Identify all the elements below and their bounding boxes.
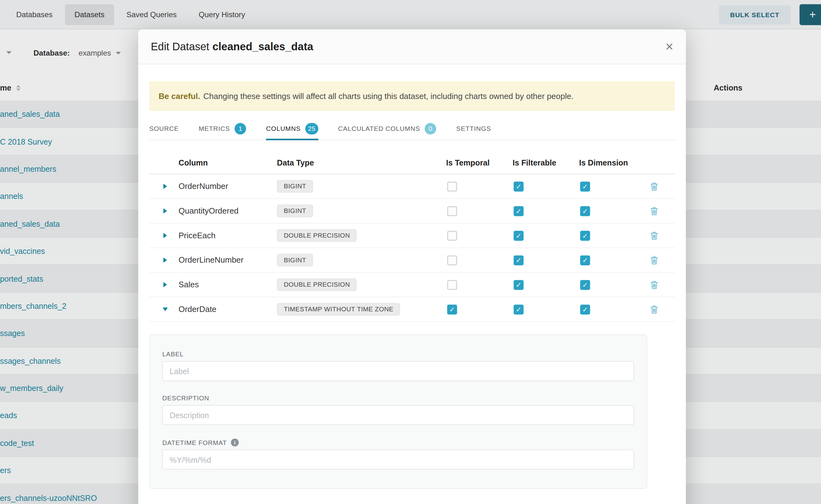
column-row: OrderLineNumber BIGINT <box>149 248 675 273</box>
modal-tabs: SOURCE METRICS 1 COLUMNS 25 CALCULATED C… <box>149 118 675 140</box>
modal-title: Edit Datasetcleaned_sales_data <box>151 40 313 53</box>
is-temporal-checkbox[interactable] <box>447 304 457 314</box>
tab-metrics[interactable]: METRICS 1 <box>199 118 246 140</box>
datetime-format-field-label: DATETIME FORMAT <box>162 438 634 446</box>
data-type-pill: BIGINT <box>277 205 313 217</box>
tab-metrics-label: METRICS <box>199 125 230 132</box>
calculated-columns-count-badge: 0 <box>425 123 437 135</box>
app-screen: Databases Datasets Saved Queries Query H… <box>0 0 821 504</box>
column-name: QuantityOrdered <box>179 206 277 215</box>
description-input[interactable] <box>162 405 634 425</box>
delete-column-icon[interactable] <box>650 182 658 190</box>
is-temporal-header: Is Temporal <box>446 158 513 166</box>
column-row: OrderNumber BIGINT <box>149 174 675 199</box>
is-filterable-header: Is Filterable <box>513 158 579 166</box>
column-name: Sales <box>179 280 277 289</box>
columns-table: Column Data Type Is Temporal Is Filterab… <box>149 151 675 322</box>
expand-caret-icon[interactable] <box>163 208 167 214</box>
datetime-format-field-group: DATETIME FORMAT <box>162 438 634 469</box>
column-name: PriceEach <box>179 231 277 240</box>
data-type-pill: TIMESTAMP WITHOUT TIME ZONE <box>277 303 400 315</box>
is-temporal-checkbox[interactable] <box>447 206 457 216</box>
expand-caret-icon[interactable] <box>163 233 167 238</box>
is-dimension-header: Is Dimension <box>579 158 646 166</box>
is-temporal-checkbox[interactable] <box>447 230 457 240</box>
expand-caret-icon[interactable] <box>163 282 167 287</box>
tab-source[interactable]: SOURCE <box>149 118 179 140</box>
data-type-pill: BIGINT <box>277 180 313 193</box>
column-row: PriceEach DOUBLE PRECISION <box>149 224 675 248</box>
tab-settings-label: SETTINGS <box>456 125 491 132</box>
warning-alert: Be careful. Changing these settings will… <box>149 81 675 111</box>
description-field-label: DESCRIPTION <box>162 395 634 402</box>
warning-alert-text: Changing these settings will affect all … <box>203 91 574 101</box>
tab-source-label: SOURCE <box>149 125 179 132</box>
modal-title-prefix: Edit Dataset <box>151 40 209 52</box>
is-filterable-checkbox[interactable] <box>514 280 524 290</box>
edit-dataset-modal: Edit Datasetcleaned_sales_data × Be care… <box>138 29 686 504</box>
is-filterable-checkbox[interactable] <box>514 255 524 265</box>
modal-title-dataset-name: cleaned_sales_data <box>212 40 313 52</box>
label-input[interactable] <box>162 361 634 381</box>
column-row-expanded: OrderDate TIMESTAMP WITHOUT TIME ZONE <box>149 297 675 322</box>
column-name: OrderNumber <box>179 182 277 191</box>
close-icon[interactable]: × <box>665 40 673 53</box>
is-temporal-checkbox[interactable] <box>447 181 457 191</box>
delete-column-icon[interactable] <box>650 256 658 264</box>
tab-calculated-columns-label: CALCULATED COLUMNS <box>338 125 420 132</box>
column-name: OrderDate <box>179 304 277 314</box>
label-field-label: LABEL <box>162 351 634 358</box>
delete-column-icon[interactable] <box>650 280 658 289</box>
tab-columns[interactable]: COLUMNS 25 <box>266 118 318 140</box>
data-type-pill: DOUBLE PRECISION <box>277 229 357 242</box>
data-type-pill: DOUBLE PRECISION <box>277 279 357 291</box>
is-dimension-checkbox[interactable] <box>580 181 590 191</box>
is-filterable-checkbox[interactable] <box>514 206 524 216</box>
collapse-caret-icon[interactable] <box>162 308 168 311</box>
is-filterable-checkbox[interactable] <box>514 304 524 314</box>
delete-column-icon[interactable] <box>650 206 658 215</box>
modal-body: Be careful. Changing these settings will… <box>138 64 686 489</box>
data-type-pill: BIGINT <box>277 254 313 266</box>
delete-column-icon[interactable] <box>650 231 658 240</box>
is-temporal-checkbox[interactable] <box>447 255 457 265</box>
delete-column-icon[interactable] <box>650 305 658 314</box>
column-name: OrderLineNumber <box>179 255 277 265</box>
columns-table-header: Column Data Type Is Temporal Is Filterab… <box>149 151 675 174</box>
is-filterable-checkbox[interactable] <box>514 230 524 240</box>
tab-settings[interactable]: SETTINGS <box>456 118 491 140</box>
warning-alert-strong: Be careful. <box>159 91 200 101</box>
columns-count-badge: 25 <box>305 123 318 135</box>
is-dimension-checkbox[interactable] <box>580 280 590 290</box>
is-dimension-checkbox[interactable] <box>580 304 590 314</box>
tab-calculated-columns[interactable]: CALCULATED COLUMNS 0 <box>338 118 437 140</box>
expand-caret-icon[interactable] <box>163 184 167 189</box>
metrics-count-badge: 1 <box>235 123 246 135</box>
datetime-format-input[interactable] <box>162 450 634 470</box>
label-field-group: LABEL <box>162 351 634 381</box>
is-dimension-checkbox[interactable] <box>580 230 590 240</box>
tab-columns-label: COLUMNS <box>266 125 301 132</box>
modal-header: Edit Datasetcleaned_sales_data × <box>138 29 686 64</box>
column-row: Sales DOUBLE PRECISION <box>149 273 675 297</box>
is-temporal-checkbox[interactable] <box>447 280 457 290</box>
column-header: Column <box>179 158 277 166</box>
is-dimension-checkbox[interactable] <box>580 255 590 265</box>
info-icon[interactable] <box>231 438 239 446</box>
column-editor-panel: LABEL DESCRIPTION DATETIME FORMAT <box>149 334 647 489</box>
data-type-header: Data Type <box>277 158 446 166</box>
is-filterable-checkbox[interactable] <box>514 181 524 191</box>
description-field-group: DESCRIPTION <box>162 395 634 425</box>
expand-caret-icon[interactable] <box>163 258 167 263</box>
column-row: QuantityOrdered BIGINT <box>149 199 675 224</box>
is-dimension-checkbox[interactable] <box>580 206 590 216</box>
